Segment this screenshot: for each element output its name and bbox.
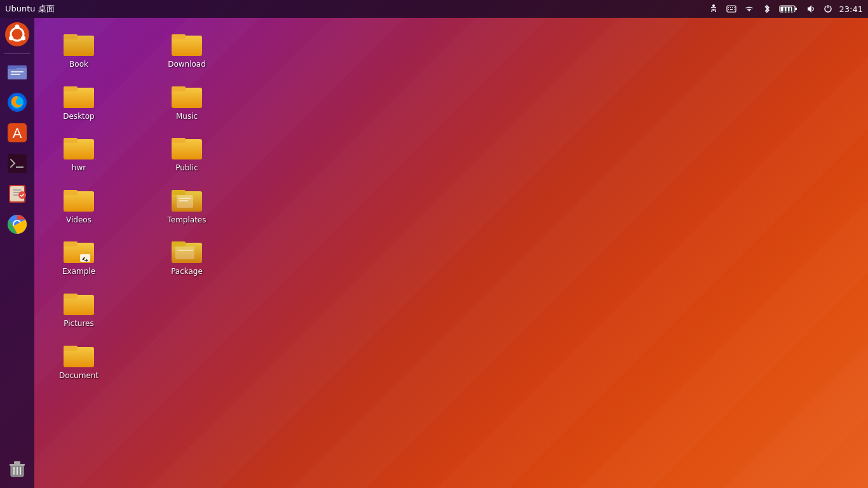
folder-package-label: Package <box>171 267 203 277</box>
launcher-software-center[interactable]: A <box>3 119 31 147</box>
folder-videos-icon <box>62 185 95 213</box>
svg-rect-70 <box>175 247 194 259</box>
desktop: Ubuntu 桌面 <box>0 0 868 488</box>
svg-rect-60 <box>172 86 186 92</box>
svg-point-17 <box>21 36 25 41</box>
power-icon[interactable] <box>822 3 834 15</box>
panel-left: Ubuntu 桌面 <box>5 3 55 15</box>
launcher-chrome[interactable] <box>3 210 31 238</box>
svg-point-16 <box>9 36 13 41</box>
folder-example-icon <box>62 236 95 264</box>
svg-rect-25 <box>8 154 27 173</box>
sound-icon[interactable] <box>804 3 817 15</box>
svg-rect-19 <box>8 68 27 79</box>
svg-point-0 <box>712 4 715 7</box>
folder-example[interactable]: Example <box>47 231 111 282</box>
folder-music-label: Music <box>176 112 198 122</box>
launcher-separator-1 <box>4 53 30 54</box>
folder-music[interactable]: Music <box>155 76 219 127</box>
svg-rect-56 <box>64 346 78 351</box>
svg-rect-54 <box>64 294 78 299</box>
svg-rect-47 <box>64 138 78 143</box>
folder-book-icon <box>62 29 95 57</box>
svg-rect-1 <box>727 6 736 12</box>
launcher-ubuntu-button[interactable] <box>3 20 31 48</box>
folder-hwr-label: hwr <box>72 163 86 173</box>
folder-book-label: Book <box>69 60 88 70</box>
folder-pictures-icon <box>62 288 95 316</box>
folder-public[interactable]: Public <box>155 128 219 179</box>
folder-example-label: Example <box>62 267 95 277</box>
svg-rect-45 <box>64 86 78 92</box>
launcher-sidebar: A <box>0 18 34 488</box>
top-panel: Ubuntu 桌面 <box>0 0 868 18</box>
folder-videos[interactable]: Videos <box>47 180 111 231</box>
system-clock[interactable]: 23:41 <box>839 4 863 14</box>
folder-desktop[interactable]: Desktop <box>47 76 111 127</box>
svg-rect-20 <box>8 65 17 69</box>
bluetooth-icon[interactable] <box>761 3 773 15</box>
launcher-trash[interactable] <box>3 455 31 483</box>
folder-public-icon <box>170 133 203 161</box>
panel-right: ▐▐▐▐ 23:41 <box>707 3 863 15</box>
svg-rect-64 <box>172 190 186 195</box>
svg-rect-58 <box>172 34 186 39</box>
folder-document-label: Document <box>59 371 98 381</box>
wifi-icon[interactable] <box>743 3 756 15</box>
folder-download-label: Download <box>168 60 206 70</box>
folder-download[interactable]: Download <box>155 24 219 75</box>
folder-hwr-icon <box>62 133 95 161</box>
svg-rect-10 <box>795 8 797 10</box>
launcher-trash-container <box>3 455 31 488</box>
svg-rect-42 <box>64 36 94 56</box>
folder-videos-label: Videos <box>66 215 92 226</box>
folder-document-icon <box>62 341 95 369</box>
folder-templates-icon <box>170 185 203 213</box>
svg-rect-62 <box>172 138 186 143</box>
launcher-ebook[interactable] <box>3 180 31 208</box>
svg-rect-51 <box>64 241 78 247</box>
svg-rect-49 <box>64 190 78 195</box>
folder-desktop-label: Desktop <box>63 112 95 122</box>
icons-col-1: Book Desktop <box>47 24 149 387</box>
launcher-terminal[interactable] <box>3 149 31 177</box>
folder-pictures-label: Pictures <box>64 319 94 329</box>
desktop-icons-area: Book Desktop <box>34 18 868 488</box>
keyboard-icon[interactable] <box>725 3 738 15</box>
svg-rect-35 <box>14 461 20 464</box>
folder-pictures[interactable]: Pictures <box>47 283 111 334</box>
accessibility-icon[interactable] <box>707 3 720 15</box>
folder-download-icon <box>170 29 203 57</box>
svg-rect-65 <box>177 195 193 208</box>
folder-public-label: Public <box>175 163 198 173</box>
folder-desktop-icon <box>62 81 95 109</box>
folder-templates-label: Templates <box>167 215 206 226</box>
launcher-firefox[interactable] <box>3 88 31 116</box>
folder-music-icon <box>170 81 203 109</box>
folder-document[interactable]: Document <box>47 336 111 386</box>
folder-templates[interactable]: Templates <box>155 180 219 231</box>
panel-title: Ubuntu 桌面 <box>5 3 55 15</box>
battery-icon[interactable]: ▐▐▐▐ <box>778 3 799 15</box>
svg-text:A: A <box>13 125 22 141</box>
svg-point-15 <box>15 25 20 29</box>
folder-package[interactable]: Package <box>155 231 219 282</box>
launcher-files[interactable] <box>3 58 31 86</box>
svg-rect-69 <box>172 241 186 247</box>
folder-package-icon <box>170 236 203 264</box>
folder-hwr[interactable]: hwr <box>47 128 111 179</box>
svg-rect-34 <box>10 464 25 466</box>
icons-col-2: Download Music <box>155 24 257 283</box>
folder-book[interactable]: Book <box>47 24 111 75</box>
